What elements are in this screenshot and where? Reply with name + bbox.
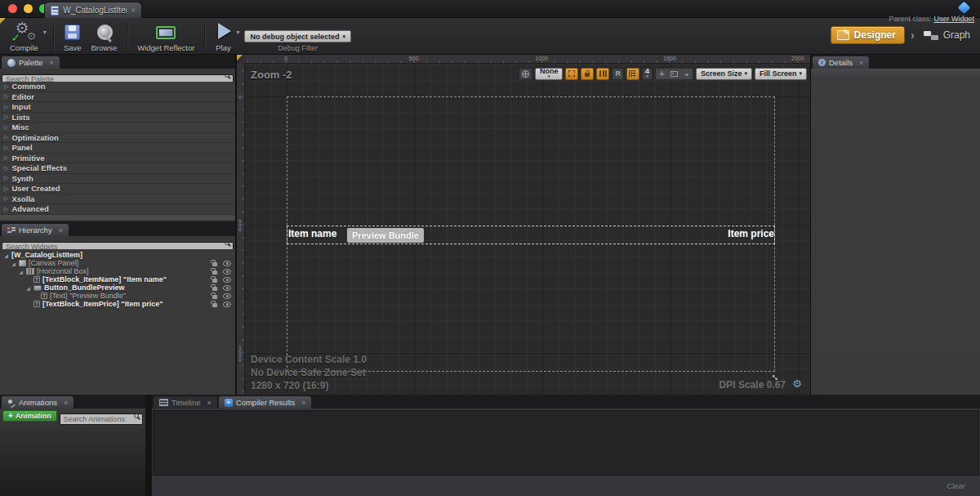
widget-item-price-text[interactable]: Item price bbox=[728, 228, 774, 239]
expander-icon: ▷ bbox=[4, 195, 8, 202]
text-icon: T bbox=[33, 276, 40, 283]
palette-category-label: Synth bbox=[11, 174, 33, 183]
close-icon[interactable]: × bbox=[50, 59, 54, 67]
close-window-button[interactable] bbox=[8, 4, 17, 13]
palette-category-lists[interactable]: ▷Lists bbox=[0, 113, 235, 123]
tab-timeline[interactable]: Timeline × bbox=[154, 396, 217, 409]
translate-mode-button[interactable]: + bbox=[656, 69, 668, 79]
grid-size-dropdown[interactable]: 4▾ bbox=[642, 68, 653, 80]
palette-category-xsolla[interactable]: ▷Xsolla bbox=[0, 194, 235, 205]
animations-search-input[interactable] bbox=[60, 413, 143, 425]
compiler-output-box bbox=[153, 410, 979, 476]
debug-object-dropdown[interactable]: No debug object selected▾ bbox=[244, 30, 351, 42]
play-options-caret[interactable]: ▾ bbox=[236, 29, 239, 36]
screen-size-dropdown[interactable]: Screen Size▾ bbox=[696, 68, 752, 80]
minimize-window-button[interactable] bbox=[24, 4, 33, 13]
toggle-grid-snap-button[interactable] bbox=[626, 68, 639, 80]
expander-icon[interactable]: ◢ bbox=[18, 269, 24, 275]
clear-button[interactable]: Clear bbox=[947, 481, 965, 490]
lock-icon[interactable] bbox=[212, 279, 217, 283]
palette-category-misc[interactable]: ▷Misc bbox=[0, 123, 235, 133]
add-animation-button[interactable]: + Animation bbox=[2, 410, 57, 422]
palette-category-special-effects[interactable]: ▷Special Effects bbox=[0, 163, 235, 174]
ruler-label: 500 bbox=[409, 56, 419, 61]
fill-screen-dropdown[interactable]: Fill Screen▾ bbox=[755, 68, 807, 80]
palette-category-advanced[interactable]: ▷Advanced bbox=[0, 204, 235, 215]
toggle-r-button[interactable]: R bbox=[612, 68, 624, 80]
hierarchy-row[interactable]: ◢[Horizontal Box] bbox=[0, 267, 235, 275]
bottom-splitter[interactable] bbox=[145, 395, 152, 496]
tab-palette[interactable]: Palette × bbox=[2, 56, 60, 69]
toggle-lock-button[interactable] bbox=[581, 68, 594, 80]
close-tab-icon[interactable]: × bbox=[131, 7, 136, 15]
tab-hierarchy[interactable]: Hierarchy × bbox=[2, 224, 69, 236]
eye-icon[interactable] bbox=[223, 302, 231, 307]
palette-category-panel[interactable]: ▷Panel bbox=[0, 143, 235, 154]
widget-reflector-button[interactable]: Widget Reflector bbox=[132, 20, 199, 53]
ruler-corner bbox=[237, 55, 245, 64]
save-button[interactable]: Save bbox=[59, 20, 87, 53]
eye-icon[interactable] bbox=[223, 277, 231, 283]
hierarchy-tabbar: Hierarchy × bbox=[0, 222, 235, 236]
palette-category-label: Panel bbox=[11, 143, 32, 152]
toggle-respect-locks-button[interactable] bbox=[596, 68, 609, 80]
lock-icon[interactable] bbox=[212, 262, 217, 266]
play-button[interactable]: Play bbox=[210, 20, 236, 53]
toggle-outlines-button[interactable] bbox=[565, 68, 578, 80]
eye-icon[interactable] bbox=[223, 269, 231, 275]
search-icon bbox=[134, 413, 139, 418]
palette-category-editor[interactable]: ▷Editor bbox=[0, 92, 235, 103]
hierarchy-row[interactable]: T[Text] "Preview Bundle" bbox=[0, 292, 235, 300]
palette-category-list: ▷Common▷Editor▷Input▷Lists▷Misc▷Optimiza… bbox=[0, 82, 235, 215]
lock-icon[interactable] bbox=[212, 303, 217, 307]
tab-animations[interactable]: Animations × bbox=[2, 396, 74, 409]
ruler-vertical: 05001000 bbox=[237, 64, 245, 395]
tab-details[interactable]: i Details × bbox=[813, 56, 869, 69]
render-transform-button[interactable] bbox=[668, 69, 680, 79]
palette-category-synth[interactable]: ▷Synth bbox=[0, 174, 235, 185]
palette-category-primitive[interactable]: ▷Primitive bbox=[0, 154, 235, 164]
lock-icon[interactable] bbox=[212, 270, 217, 275]
compile-options-caret[interactable]: ▾ bbox=[43, 29, 47, 36]
flip-preview-button[interactable]: ◂▸ bbox=[680, 69, 693, 79]
hierarchy-row[interactable]: T[TextBlock_ItemName] "Item name" bbox=[0, 275, 235, 284]
palette-category-common[interactable]: ▷Common bbox=[0, 82, 235, 92]
lock-icon bbox=[585, 73, 590, 77]
document-tab[interactable]: W_CatalogListItem × bbox=[44, 2, 142, 18]
close-icon[interactable]: × bbox=[59, 226, 63, 235]
eye-icon[interactable] bbox=[223, 285, 231, 291]
hierarchy-row[interactable]: ◢[W_CatalogListItem] bbox=[0, 251, 235, 259]
hierarchy-row[interactable]: T[TextBlock_ItemPrice] "Item price" bbox=[0, 300, 235, 308]
close-icon[interactable]: × bbox=[301, 399, 305, 407]
palette-category-input[interactable]: ▷Input bbox=[0, 102, 235, 113]
hierarchy-row[interactable]: ◢Button_BundlePreview bbox=[0, 284, 235, 292]
close-icon[interactable]: × bbox=[64, 399, 68, 407]
browse-button[interactable]: Browse bbox=[87, 20, 122, 53]
unreal-widget-blueprint-editor: W_CatalogListItem × Parent class:User Wi… bbox=[0, 0, 980, 496]
lock-icon[interactable] bbox=[212, 295, 217, 299]
designer-icon bbox=[837, 30, 849, 40]
parent-class-link[interactable]: User Widget bbox=[933, 15, 974, 23]
compile-button[interactable]: ⚙⚙✓ Compile bbox=[5, 20, 43, 53]
dpi-settings-gear-icon[interactable]: ⚙ bbox=[792, 378, 802, 390]
close-icon[interactable]: × bbox=[207, 399, 212, 407]
expander-icon[interactable]: ◢ bbox=[25, 285, 31, 291]
palette-category-optimization[interactable]: ▷Optimization bbox=[0, 133, 235, 144]
localization-preview-dropdown[interactable]: None▾ bbox=[535, 68, 564, 80]
tab-compiler-results[interactable]: » Compiler Results × bbox=[219, 396, 312, 409]
designer-mode-button[interactable]: Designer bbox=[831, 26, 905, 44]
widget-preview-bundle-button[interactable]: Preview Bundle bbox=[347, 228, 424, 243]
plus-icon: + bbox=[8, 412, 13, 420]
hierarchy-row[interactable]: ◢[Canvas Panel] bbox=[0, 259, 235, 267]
expander-icon[interactable]: ◢ bbox=[3, 252, 9, 258]
widget-item-name-text[interactable]: Item name bbox=[288, 228, 336, 239]
close-icon[interactable]: × bbox=[859, 59, 863, 67]
expander-icon[interactable]: ◢ bbox=[11, 261, 16, 266]
eye-icon[interactable] bbox=[223, 261, 231, 266]
preview-background-button[interactable] bbox=[519, 68, 532, 80]
palette-category-user-created[interactable]: ▷User Created bbox=[0, 184, 235, 194]
eye-icon[interactable] bbox=[223, 293, 231, 299]
graph-mode-button[interactable]: Graph bbox=[920, 27, 973, 43]
design-surface[interactable]: Zoom -2 None▾ R 4▾ + ◂▸ bbox=[245, 64, 810, 395]
lock-icon[interactable] bbox=[212, 287, 217, 291]
